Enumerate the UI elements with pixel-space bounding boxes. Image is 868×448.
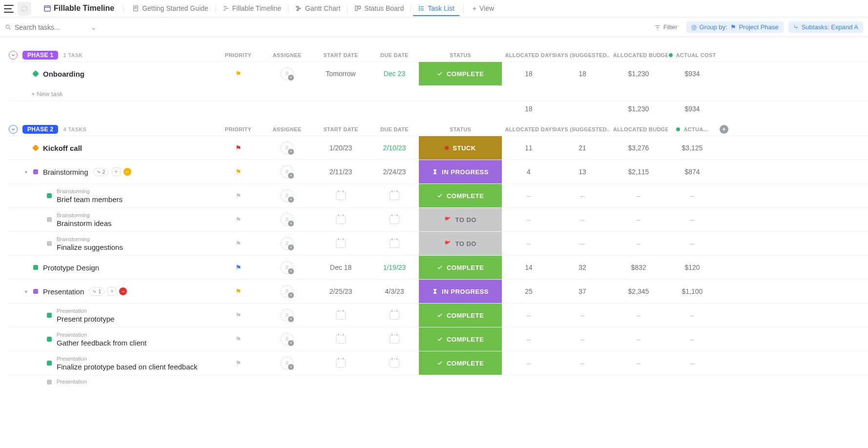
priority-flag-icon[interactable]: ⚑ [235, 168, 242, 176]
cell-due[interactable] [370, 359, 419, 367]
new-task-button[interactable]: + New task [9, 85, 868, 101]
status-pill-complete[interactable]: COMPLETE [419, 256, 502, 279]
cell-due[interactable]: 2/24/23 [370, 168, 419, 176]
cell-status[interactable]: COMPLETE [419, 327, 502, 351]
priority-flag-icon[interactable]: ⚑ [235, 70, 242, 78]
hamburger-menu-icon[interactable] [4, 5, 14, 13]
task-row[interactable]: Brainstorming Brainstorm ideas ⚑ 🚩TO DO … [9, 207, 868, 231]
cell-start[interactable]: 2/11/23 [311, 168, 370, 176]
cell-alloc-days[interactable]: – [502, 311, 556, 319]
cell-priority[interactable]: ⚑ [214, 311, 263, 319]
cell-days-sugg[interactable]: 37 [556, 287, 609, 295]
cell-due[interactable]: 1/19/23 [370, 264, 419, 271]
cell-due[interactable]: 2/10/23 [370, 144, 419, 152]
view-tab-gantt-chart[interactable]: Gantt Chart [290, 1, 345, 16]
cell-days-sugg[interactable]: 21 [556, 144, 609, 152]
cell-assignee[interactable] [263, 357, 311, 369]
task-row[interactable]: ▾ Brainstorming ⤷ 2 + – ⚑ 2/11/23 2/24/2… [9, 160, 868, 183]
status-pill-complete[interactable]: COMPLETE [419, 351, 502, 375]
task-row[interactable]: Presentation Gather feedback from client… [9, 327, 868, 351]
date-placeholder-icon[interactable] [336, 335, 346, 344]
cell-assignee[interactable] [263, 309, 311, 322]
subtasks-button[interactable]: ⤷ Subtasks: Expand A [788, 21, 863, 33]
view-tab-status-board[interactable]: Status Board [350, 1, 409, 16]
cell-start[interactable] [311, 311, 370, 320]
phase-badge[interactable]: Phase 1 [22, 51, 58, 60]
assignee-placeholder[interactable] [281, 237, 293, 250]
status-pill-complete[interactable]: COMPLETE [419, 62, 502, 85]
subtask-count-badge[interactable]: ⤷ 2 [93, 168, 109, 176]
cell-alloc-budget[interactable]: – [609, 311, 668, 319]
cell-days-sugg[interactable]: – [556, 240, 609, 247]
cell-start[interactable] [311, 335, 370, 344]
cell-alloc-budget[interactable]: – [609, 359, 668, 367]
task-row[interactable]: Presentation [9, 375, 868, 388]
status-pill-inprogress[interactable]: IN PROGRESS [419, 160, 502, 183]
cell-assignee[interactable] [263, 237, 311, 250]
task-row[interactable]: ▾ Onboarding ⚑ Tomorrow Dec 23 COMPLETE … [9, 61, 868, 85]
cell-start[interactable] [311, 359, 370, 367]
assignee-placeholder[interactable] [281, 309, 293, 322]
cell-alloc-days[interactable]: 18 [502, 70, 556, 78]
cell-status[interactable]: 🚩TO DO [419, 208, 502, 231]
cell-days-sugg[interactable]: – [556, 192, 609, 200]
assignee-placeholder[interactable] [281, 189, 293, 202]
cell-due[interactable] [370, 311, 419, 320]
cell-priority[interactable]: ⚑ [214, 168, 263, 176]
cell-start[interactable] [311, 239, 370, 248]
cell-start[interactable] [311, 191, 370, 200]
date-placeholder-icon[interactable] [336, 239, 346, 248]
cell-actual[interactable]: $934 [668, 70, 717, 78]
cell-assignee[interactable] [263, 261, 311, 274]
cell-priority[interactable]: ⚑ [214, 192, 263, 200]
date-placeholder-icon[interactable] [336, 191, 346, 200]
view-tab-getting-started-guide[interactable]: Getting Started Guide [127, 1, 213, 16]
priority-flag-icon[interactable]: ⚑ [235, 216, 242, 224]
cell-actual[interactable]: – [668, 335, 717, 343]
cell-status[interactable]: 🚩TO DO [419, 232, 502, 255]
status-pill-complete[interactable]: COMPLETE [419, 304, 502, 327]
priority-flag-icon[interactable]: ⚑ [235, 335, 242, 343]
cell-priority[interactable]: ⚑ [214, 359, 263, 367]
cell-priority[interactable]: ⚑ [214, 70, 263, 78]
cell-alloc-days[interactable]: – [502, 240, 556, 247]
cell-priority[interactable]: ⚑ [214, 335, 263, 343]
task-row[interactable]: ▾ Presentation ⤷ 1 + – ⚑ 2/25/23 4/3/23 … [9, 279, 868, 303]
cell-due[interactable] [370, 335, 419, 344]
cell-priority[interactable]: ⚑ [214, 216, 263, 224]
cell-alloc-budget[interactable]: – [609, 192, 668, 200]
priority-flag-icon[interactable]: ⚑ [235, 264, 242, 271]
date-placeholder-icon[interactable] [390, 239, 399, 248]
cell-alloc-days[interactable]: – [502, 192, 556, 200]
assignee-placeholder[interactable] [281, 285, 293, 298]
expand-caret-icon[interactable]: ▾ [23, 289, 28, 294]
cell-alloc-days[interactable]: – [502, 335, 556, 343]
cell-days-sugg[interactable]: – [556, 311, 609, 319]
date-placeholder-icon[interactable] [336, 311, 346, 320]
date-placeholder-icon[interactable] [390, 191, 399, 200]
cell-days-sugg[interactable]: – [556, 359, 609, 367]
cell-assignee[interactable] [263, 142, 311, 154]
cell-alloc-budget[interactable]: $832 [609, 264, 668, 271]
cell-assignee[interactable] [263, 333, 311, 346]
priority-flag-icon[interactable]: ⚑ [235, 287, 242, 295]
groupby-button[interactable]: ◎ Group by: ⚑ Project Phase [686, 21, 784, 33]
cell-alloc-budget[interactable]: $2,345 [609, 287, 668, 295]
cell-days-sugg[interactable]: 32 [556, 264, 609, 271]
cell-priority[interactable]: ⚑ [214, 144, 263, 152]
cell-assignee[interactable] [263, 189, 311, 202]
view-tab-task-list[interactable]: Task List [413, 1, 459, 16]
priority-flag-icon[interactable]: ⚑ [235, 192, 242, 200]
col-add[interactable]: + [717, 125, 731, 134]
cell-alloc-days[interactable]: 25 [502, 287, 556, 295]
collapse-icon[interactable] [9, 125, 18, 134]
date-placeholder-icon[interactable] [390, 215, 399, 224]
cell-priority[interactable]: ⚑ [214, 264, 263, 271]
cell-alloc-days[interactable]: 11 [502, 144, 556, 152]
cell-days-sugg[interactable]: – [556, 335, 609, 343]
assignee-placeholder[interactable] [281, 333, 293, 346]
cell-days-sugg[interactable]: – [556, 216, 609, 224]
date-placeholder-icon[interactable] [336, 359, 346, 367]
status-pill-todo[interactable]: 🚩TO DO [419, 232, 502, 255]
cell-days-sugg[interactable]: 18 [556, 70, 609, 78]
